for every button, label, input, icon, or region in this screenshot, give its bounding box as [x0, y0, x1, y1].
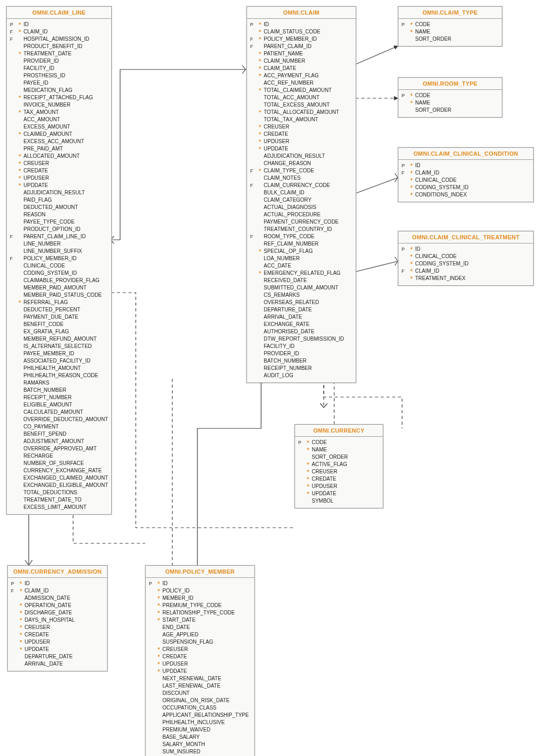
- attr-row: CLAIMABLE_PROVIDER_FLAG: [10, 277, 108, 284]
- attr-row: ORIGINAL_ON_RISK_DATE: [149, 697, 251, 704]
- attr-name: ADJUDICATION_RESULT: [22, 189, 85, 196]
- key-indicator: F: [10, 255, 17, 262]
- attr-row: ELIGIBLE_AMOUNT: [10, 401, 108, 409]
- key-indicator: P: [11, 580, 18, 587]
- attr-name: ID: [22, 21, 29, 28]
- required-indicator: *: [409, 185, 414, 190]
- attr-row: FHOSPITAL_ADMISSION_ID: [10, 36, 108, 43]
- attr-row: OVERRIDE_DEDUCTED_AMOUNT: [10, 416, 108, 423]
- attr-name: ELIGIBLE_AMOUNT: [22, 401, 72, 409]
- attr-name: NEXT_RENEWAL_DATE: [161, 675, 221, 682]
- required-indicator: *: [156, 618, 161, 623]
- entity-clinical_condition: OMNI.CLAIM_CLINICAL_CONDITIONP*IDF*CLAIM…: [398, 147, 534, 202]
- attr-row: *TOTAL_CLAIMED_AMOUNT: [250, 87, 352, 94]
- attr-row: P*ID: [250, 21, 352, 28]
- attr-row: P*CODE: [402, 21, 499, 28]
- attr-name: UPDUSER: [22, 175, 49, 182]
- attr-name: DEPARTURE_DATE: [23, 653, 73, 660]
- required-indicator: *: [17, 22, 22, 27]
- attr-name: BENEFIT_CODE: [22, 321, 64, 328]
- attr-row: *UPDUSER: [10, 175, 108, 182]
- key-indicator: P: [298, 439, 305, 446]
- entity-title: OMNI.CLAIM_TYPE: [398, 7, 502, 19]
- attr-name: TOTAL_CLAIMED_AMOUNT: [263, 87, 332, 94]
- attr-row: OCCUPATION_CLASS: [149, 704, 251, 712]
- attr-name: ADJUSTMENT_AMOUNT: [22, 438, 84, 445]
- attr-name: LAST_RENEWAL_DATE: [161, 682, 220, 690]
- attr-name: CREDATE: [161, 653, 187, 660]
- attr-row: *UPDDATE: [250, 145, 352, 153]
- attr-row: CS_REMARKS: [250, 292, 352, 299]
- attr-row: *CREUSER: [298, 468, 380, 475]
- attr-name: LINE_NUMBER_SUFFIX: [22, 248, 82, 255]
- attr-name: EX_GRATIA_FLAG: [22, 328, 69, 335]
- attr-name: CREDATE: [22, 167, 48, 175]
- attr-name: PREMIUM_WAIVED: [161, 726, 210, 734]
- entity-body: P*IDF*CLAIM_IDFHOSPITAL_ADMISSION_IDPROD…: [7, 19, 111, 514]
- attr-row: *CLAIM_STATUS_CODE: [250, 28, 352, 36]
- attr-name: CLAIM_ID: [414, 169, 439, 177]
- entity-currency_admission: OMNI.CURRENCY_ADMISSIONP*IDF*CLAIM_IDADM…: [7, 565, 108, 671]
- attr-row: ASSOCIATED_FACILITY_ID: [10, 357, 108, 365]
- attr-name: REFERRAL_FLAG: [22, 299, 68, 306]
- attr-name: CLAIM_NUMBER: [263, 57, 305, 65]
- attr-name: TREATMENT_DATE: [22, 50, 72, 57]
- attr-name: CLAIM_ID: [22, 28, 48, 36]
- key-indicator: P: [149, 580, 156, 587]
- attr-name: PAYMENT_CURRENCY_CODE: [263, 218, 339, 226]
- key-indicator: F: [250, 167, 257, 175]
- attr-row: AUDIT_LOG: [250, 372, 352, 379]
- attr-row: F*CLAIM_TYPE_CODE: [250, 167, 352, 175]
- attr-row: BASE_SALARY: [149, 734, 251, 741]
- key-indicator: P: [250, 21, 257, 28]
- attr-row: OVERRIDE_APPROVED_AMT: [10, 445, 108, 452]
- attr-name: PHILHEALTH_INCLUSIVE: [161, 719, 225, 726]
- attr-name: PARENT_CLAIM_ID: [263, 43, 312, 50]
- attr-name: FACILITY_ID: [22, 65, 54, 72]
- attr-name: RELATIONSHIP_TYPE_CODE: [161, 609, 235, 617]
- attr-name: BULK_CLAIM_ID: [263, 189, 304, 196]
- attr-name: ADMISSION_DATE: [23, 595, 70, 602]
- attr-row: P*ID: [10, 21, 108, 28]
- attr-name: PAYMENT_DUE_DATE: [22, 313, 78, 321]
- attr-name: UPDDATE: [22, 182, 48, 189]
- attr-row: P*ID: [11, 580, 104, 587]
- entity-room_type: OMNI.ROOM_TYPEP*CODE*NAMESORT_ORDER: [398, 77, 502, 118]
- attr-row: PHILHEALTH_INCLUSIVE: [149, 719, 251, 726]
- attr-row: RAMARKS: [10, 379, 108, 387]
- required-indicator: *: [257, 29, 263, 34]
- attr-name: BENEFIT_SPEND: [22, 431, 66, 438]
- key-indicator: F: [10, 36, 17, 43]
- entity-claim_type: OMNI.CLAIM_TYPEP*CODE*NAMESORT_ORDER: [398, 6, 502, 46]
- attr-row: *CREDATE: [10, 167, 108, 175]
- entity-body: P*ID*POLICY_ID*MEMBER_ID*PREMIUM_TYPE_CO…: [146, 578, 254, 756]
- required-indicator: *: [409, 22, 414, 27]
- attr-name: DTW_REPORT_SUBMISSION_ID: [263, 335, 344, 343]
- attr-name: CREDATE: [263, 131, 288, 138]
- attr-row: *UPDUSER: [149, 660, 251, 668]
- attr-name: SPECIAL_OP_FLAG: [263, 248, 313, 255]
- required-indicator: *: [156, 581, 161, 586]
- attr-row: PHILHEALTH_REASON_CODE: [10, 372, 108, 379]
- attr-row: ADJUSTMENT_AMOUNT: [10, 438, 108, 445]
- attr-name: SUBMITTED_CLAIM_AMOUNT: [263, 284, 338, 292]
- er-diagram-canvas: { "entities": { "claim_line": { "title":…: [0, 0, 553, 756]
- required-indicator: *: [17, 154, 22, 159]
- attr-row: P*CODE: [298, 439, 380, 446]
- attr-row: ADMISSION_DATE: [11, 595, 104, 602]
- attr-row: *CODING_SYSTEM_ID: [402, 260, 530, 267]
- attr-name: MEDICATION_FLAG: [22, 87, 73, 94]
- attr-row: ACTUAL_PROCEDURE: [250, 211, 352, 218]
- required-indicator: *: [305, 462, 311, 467]
- attr-name: CODE: [414, 92, 430, 99]
- required-indicator: *: [17, 168, 22, 173]
- attr-name: CREUSER: [161, 646, 188, 653]
- attr-row: ARRIVAL_DATE: [250, 313, 352, 321]
- attr-name: CLAIM_CATEGORY: [263, 196, 311, 204]
- entity-title: OMNI.POLICY_MEMBER: [146, 566, 254, 578]
- attr-name: EXCESS_ACC_AMOUNT: [22, 138, 84, 145]
- attr-row: TREATMENT_DATE_TO: [10, 496, 108, 504]
- attr-name: PAYEE_ID: [22, 79, 48, 87]
- attr-name: CALCULATED_AMOUNT: [22, 409, 83, 416]
- attr-name: EXCHANGED_CLAIMED_AMOUNT: [22, 474, 108, 482]
